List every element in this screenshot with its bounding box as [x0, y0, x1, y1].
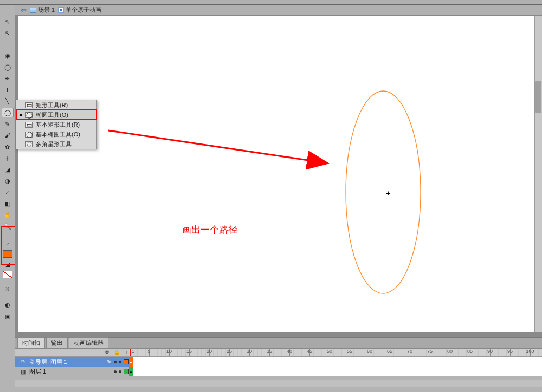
eye-icon[interactable]: 👁 — [105, 350, 109, 355]
line-tool[interactable]: ╲ — [2, 96, 14, 106]
fill-color-swatch[interactable] — [3, 271, 12, 278]
fill-color-toggle[interactable]: ◢ — [2, 259, 14, 269]
layer-header-icons: 👁 🔒 □ — [15, 349, 129, 356]
shape-tool[interactable]: ◯ — [2, 108, 14, 117]
timeline-scrollbar[interactable] — [15, 380, 542, 387]
timeline-tabs: 时间轴 输出 动画编辑器 — [15, 338, 542, 349]
flyout-rectangle-tool[interactable]: ▭ 矩形工具(R) — [16, 100, 96, 110]
layer-list: ↷ 引导层: 图层 1 ✎ • ▥ 图层 1 • — [15, 357, 542, 380]
breadcrumb-scene[interactable]: 场景 1 — [30, 6, 55, 14]
tool-option-b[interactable]: ▣ — [2, 311, 14, 321]
tab-output[interactable]: 输出 — [46, 337, 68, 348]
tab-timeline[interactable]: 时间轴 — [17, 337, 45, 348]
eyedropper-tool[interactable]: ⟋ — [2, 187, 14, 197]
layer-row-normal[interactable]: ▥ 图层 1 • — [15, 367, 542, 376]
flyout-item-label: 多角星形工具 — [36, 140, 72, 148]
breadcrumb-clip[interactable]: 单个原子动画 — [58, 6, 101, 14]
scene-icon — [30, 8, 36, 13]
layer-color-swatch[interactable] — [124, 359, 129, 364]
keyframe[interactable]: • — [129, 367, 133, 376]
layer-lock-dot[interactable] — [119, 361, 121, 363]
vertical-scrollbar[interactable] — [534, 16, 542, 332]
rectangle-icon: ▭ — [25, 102, 33, 108]
layer-row-guide[interactable]: ↷ 引导层: 图层 1 ✎ • — [15, 357, 542, 367]
frame-ruler[interactable]: 1510152025303540455055606570758085909510… — [129, 349, 542, 356]
flyout-primoval-tool[interactable]: ◯ 基本椭圆工具(O) — [16, 129, 96, 139]
layer-name-label: 图层 1 — [29, 368, 104, 376]
text-tool[interactable]: T — [2, 85, 14, 95]
layer-name-label: 引导层: 图层 1 — [29, 358, 105, 366]
stroke-color-toggle[interactable]: ⟋ — [2, 239, 14, 249]
toolbox: ↖ ↖ ⛶ ◉ ◯ ✒ T ╲ ◯ ✎ 🖌 ✿ ⟊ ◢ ◑ ⟋ ◧ ✋ 🔍 ⟋ … — [0, 5, 15, 392]
pen-tool[interactable]: ✒ — [2, 74, 14, 83]
flyout-bullet: ■ — [20, 113, 22, 117]
pencil-tool[interactable]: ✎ — [2, 119, 14, 129]
3drotate-tool[interactable]: ◉ — [2, 51, 14, 61]
swap-colors[interactable]: ⤮ — [2, 284, 14, 293]
stroke-color-swatch[interactable] — [3, 250, 12, 258]
frame-track[interactable]: • — [129, 357, 542, 367]
keyframe[interactable]: • — [129, 357, 133, 367]
guide-layer-icon: ↷ — [21, 358, 27, 365]
svg-point-0 — [346, 91, 421, 293]
bone-tool[interactable]: ⟊ — [2, 153, 14, 163]
tool-option-a[interactable]: ◐ — [2, 300, 14, 310]
titlebar-stub — [0, 0, 542, 5]
lock-icon[interactable]: 🔒 — [114, 350, 120, 355]
freetransform-tool[interactable]: ⛶ — [2, 40, 14, 49]
clip-icon — [58, 7, 64, 13]
inkbottle-tool[interactable]: ◑ — [2, 176, 14, 186]
tab-motioneditor[interactable]: 动画编辑器 — [69, 337, 108, 348]
breadcrumb-clip-label: 单个原子动画 — [66, 6, 101, 14]
flyout-oval-tool[interactable]: ■ ◯ 椭圆工具(O) — [16, 110, 96, 120]
paintbucket-tool[interactable]: ◢ — [2, 165, 14, 174]
drawn-ellipse-path — [345, 90, 422, 295]
polystar-icon: ⬠ — [25, 141, 33, 147]
frame-track[interactable]: • — [129, 367, 542, 376]
flyout-item-label: 椭圆工具(O) — [36, 111, 68, 119]
outline-icon[interactable]: □ — [124, 350, 127, 355]
flyout-item-label: 基本椭圆工具(O) — [36, 130, 80, 139]
scrollbar-thumb[interactable] — [535, 81, 541, 113]
layer-visibility-dot[interactable] — [114, 361, 117, 363]
brush-tool[interactable]: 🖌 — [2, 130, 14, 140]
annotation-text: 画出一个路径 — [182, 224, 237, 236]
subselect-tool[interactable]: ↖ — [2, 28, 14, 38]
breadcrumb-scene-label: 场景 1 — [38, 6, 55, 14]
layer-lock-dot[interactable] — [119, 370, 121, 373]
oval-primitive-icon: ◯ — [25, 132, 33, 138]
canvas-area: + 画出一个路径 — [15, 16, 542, 337]
zoom-tool[interactable]: 🔍 — [2, 221, 14, 231]
layer-icon: ▥ — [21, 368, 27, 375]
breadcrumb-back-icon[interactable]: ⇦ — [21, 6, 27, 14]
shape-tool-flyout: ▭ 矩形工具(R) ■ ◯ 椭圆工具(O) ▭ 基本矩形工具(R) ◯ 基本椭圆… — [16, 100, 97, 149]
playhead[interactable] — [130, 349, 131, 356]
flyout-polystar-tool[interactable]: ⬠ 多角星形工具 — [16, 139, 96, 149]
rectangle-primitive-icon: ▭ — [25, 122, 33, 128]
deco-tool[interactable]: ✿ — [2, 142, 14, 152]
flyout-primrect-tool[interactable]: ▭ 基本矩形工具(R) — [16, 120, 96, 129]
layer-visibility-dot[interactable] — [114, 370, 117, 373]
breadcrumb: ⇦ 场景 1 单个原子动画 — [0, 5, 542, 16]
stage[interactable] — [18, 16, 542, 332]
flyout-item-label: 基本矩形工具(R) — [36, 121, 80, 129]
layer-color-swatch[interactable] — [124, 369, 129, 374]
pencil-edit-icon: ✎ — [107, 358, 112, 365]
timeline-panel: 时间轴 输出 动画编辑器 👁 🔒 □ 151015202530354045505… — [15, 337, 542, 392]
timeline-header: 👁 🔒 □ 1510152025303540455055606570758085… — [15, 349, 542, 357]
lasso-tool[interactable]: ◯ — [2, 62, 14, 72]
oval-icon: ◯ — [25, 112, 33, 118]
selection-tool[interactable]: ↖ — [2, 17, 14, 27]
hand-tool[interactable]: ✋ — [2, 210, 14, 220]
eraser-tool[interactable]: ◧ — [2, 199, 14, 208]
flyout-item-label: 矩形工具(R) — [36, 101, 68, 109]
